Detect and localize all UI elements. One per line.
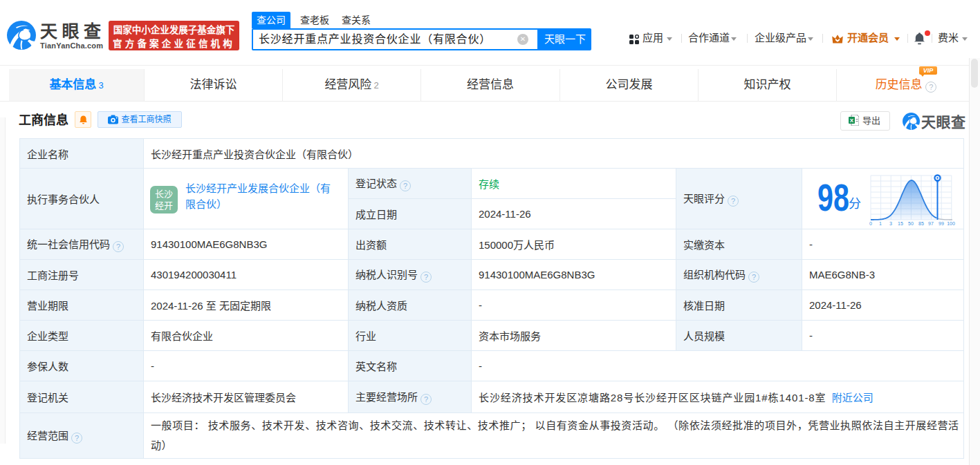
svg-text:X: X (850, 117, 854, 124)
